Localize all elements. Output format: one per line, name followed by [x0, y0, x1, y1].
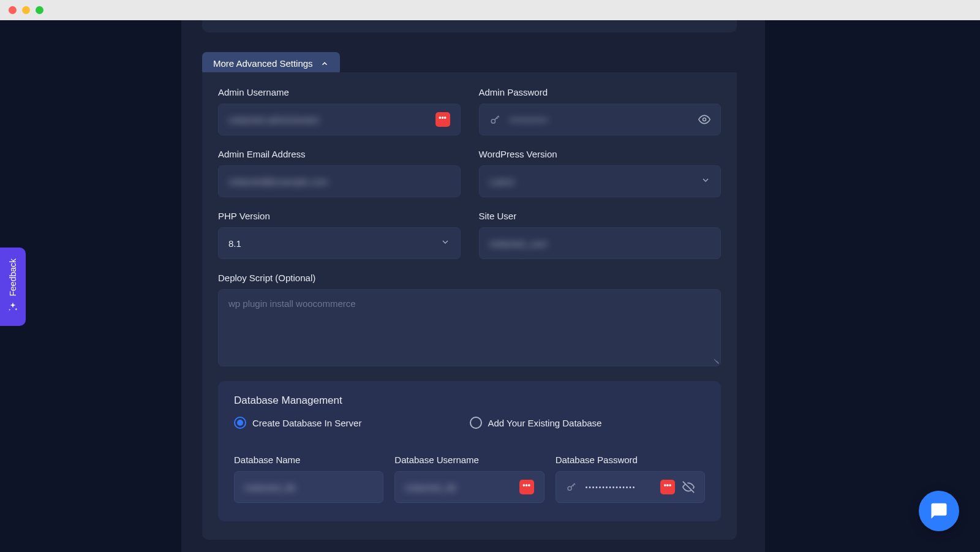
db-name-group: Database Name redacted_db — [234, 455, 383, 503]
wp-version-group: WordPress Version Latest — [479, 149, 722, 197]
content-panel: More Advanced Settings Admin Username re… — [181, 20, 765, 552]
site-user-label: Site User — [479, 211, 722, 221]
window-titlebar — [0, 0, 980, 20]
previous-card-edge — [202, 20, 737, 32]
radio-existing-database[interactable]: Add Your Existing Database — [470, 417, 706, 429]
sparkle-icon — [7, 301, 18, 315]
advanced-settings-toggle[interactable]: More Advanced Settings — [202, 52, 340, 75]
db-name-field[interactable]: redacted_db — [234, 471, 383, 503]
site-user-group: Site User redacted_user — [479, 211, 722, 259]
db-password-field[interactable]: ••••••••••••••• ••• — [556, 471, 705, 503]
db-user-group: Database Username redacted_db ••• — [394, 455, 544, 503]
db-password-label: Database Password — [556, 455, 705, 465]
window-maximize-button[interactable] — [36, 6, 43, 14]
radio-selected-icon — [234, 417, 246, 429]
database-fields-row: Database Name redacted_db Database Usern… — [218, 441, 721, 521]
db-user-field[interactable]: redacted_db ••• — [394, 471, 544, 503]
advanced-settings-body: Admin Username redacted administrator ••… — [202, 72, 737, 540]
eye-icon[interactable] — [698, 113, 710, 126]
site-user-field[interactable]: redacted_user — [479, 227, 722, 259]
resize-handle-icon[interactable] — [711, 357, 718, 364]
deploy-script-wrap — [218, 289, 721, 366]
window-minimize-button[interactable] — [22, 6, 30, 14]
svg-line-3 — [496, 118, 497, 119]
advanced-settings-label: More Advanced Settings — [213, 58, 313, 69]
chevron-down-icon — [440, 237, 450, 249]
deploy-script-group: Deploy Script (Optional) — [218, 273, 721, 366]
eye-off-icon[interactable] — [682, 481, 695, 493]
php-version-group: PHP Version 8.1 — [218, 211, 461, 259]
db-password-group: Database Password ••••••••••••••• ••• — [556, 455, 705, 503]
radio-existing-label: Add Your Existing Database — [488, 418, 602, 428]
site-user-value: redacted_user — [489, 238, 711, 249]
admin-password-label: Admin Password — [479, 87, 722, 97]
wp-version-select[interactable]: Latest — [479, 165, 722, 197]
svg-line-2 — [498, 116, 499, 117]
php-version-value: 8.1 — [228, 238, 434, 249]
admin-password-value: •••••••••••• — [510, 115, 692, 125]
admin-email-label: Admin Email Address — [218, 149, 461, 159]
admin-email-value: redacted@example.com — [228, 176, 450, 187]
generate-icon[interactable]: ••• — [519, 480, 534, 494]
svg-point-4 — [703, 118, 706, 121]
chat-icon — [930, 502, 948, 520]
admin-password-field[interactable]: •••••••••••• — [479, 104, 722, 135]
db-user-value: redacted_db — [405, 482, 513, 493]
svg-line-7 — [574, 484, 575, 485]
feedback-tab[interactable]: Feedback — [0, 248, 26, 326]
admin-password-group: Admin Password •••••••••••• — [479, 87, 722, 135]
db-name-label: Database Name — [234, 455, 383, 465]
db-user-label: Database Username — [394, 455, 544, 465]
database-radio-group: Create Database In Server Add Your Exist… — [234, 417, 705, 429]
key-icon — [566, 482, 577, 493]
chevron-up-icon — [320, 59, 329, 68]
admin-username-field[interactable]: redacted administrator ••• — [218, 104, 461, 135]
chat-widget-button[interactable] — [919, 491, 959, 531]
admin-username-label: Admin Username — [218, 87, 461, 97]
radio-create-database[interactable]: Create Database In Server — [234, 417, 470, 429]
radio-create-label: Create Database In Server — [252, 418, 361, 428]
svg-point-5 — [568, 486, 571, 490]
radio-unselected-icon — [470, 417, 482, 429]
php-version-select[interactable]: 8.1 — [218, 227, 461, 259]
admin-username-value: redacted administrator — [228, 115, 429, 125]
svg-line-8 — [573, 485, 574, 486]
deploy-script-field[interactable] — [228, 298, 710, 355]
database-section-header: Database Management Create Database In S… — [218, 381, 721, 441]
chevron-down-icon — [701, 175, 710, 187]
deploy-script-label: Deploy Script (Optional) — [218, 273, 721, 283]
admin-username-group: Admin Username redacted administrator ••… — [218, 87, 461, 135]
db-name-value: redacted_db — [244, 482, 373, 493]
key-icon — [489, 114, 501, 126]
wp-version-value: Latest — [489, 176, 695, 187]
database-section-title: Database Management — [234, 395, 705, 407]
wp-version-label: WordPress Version — [479, 149, 722, 159]
admin-email-field[interactable]: redacted@example.com — [218, 165, 461, 197]
svg-point-0 — [491, 119, 495, 123]
window-close-button[interactable] — [9, 6, 17, 14]
feedback-label: Feedback — [8, 259, 18, 296]
php-version-label: PHP Version — [218, 211, 461, 221]
generate-icon[interactable]: ••• — [435, 112, 450, 127]
admin-email-group: Admin Email Address redacted@example.com — [218, 149, 461, 197]
db-password-mask: ••••••••••••••• — [586, 484, 654, 491]
generate-icon[interactable]: ••• — [660, 480, 675, 494]
